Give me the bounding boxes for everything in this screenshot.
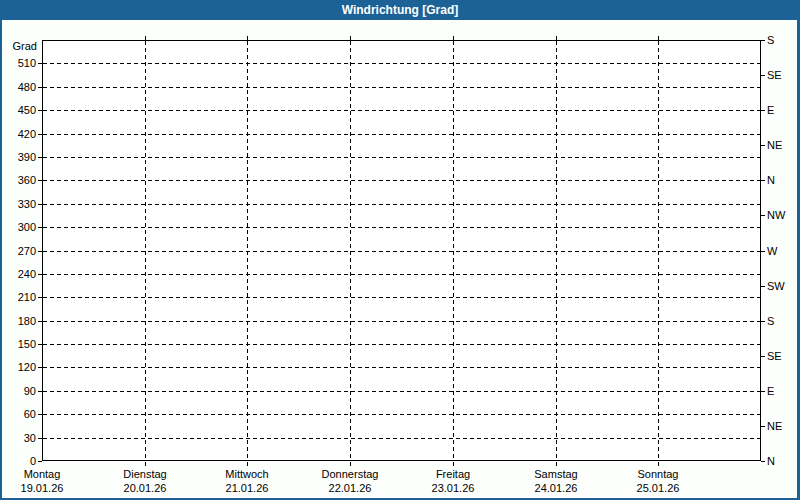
day-name-label: Montag: [0, 468, 90, 480]
axis-tick-top: [556, 36, 557, 40]
y-tick-label: 180: [4, 315, 36, 327]
day-date-label: 20.01.26: [97, 482, 193, 494]
y-gridline: [43, 367, 760, 368]
compass-label: N: [767, 174, 775, 186]
day-date-label: 24.01.26: [508, 482, 604, 494]
y-tick-label: 0: [4, 455, 36, 467]
compass-label: SE: [767, 69, 782, 81]
compass-label: S: [767, 315, 774, 327]
day-date-label: 21.01.26: [199, 482, 295, 494]
y-tick-label: 450: [4, 104, 36, 116]
compass-tick: [761, 251, 765, 252]
y-tick-label: 210: [4, 291, 36, 303]
y-axis-tick: [38, 180, 42, 181]
x-gridline: [350, 41, 351, 460]
y-tick-label: 330: [4, 198, 36, 210]
compass-label: NW: [767, 209, 785, 221]
day-date-label: 19.01.26: [0, 482, 90, 494]
y-gridline: [43, 274, 760, 275]
y-tick-label: 390: [4, 151, 36, 163]
compass-tick: [761, 391, 765, 392]
compass-label: E: [767, 385, 774, 397]
y-gridline: [43, 438, 760, 439]
compass-label: E: [767, 104, 774, 116]
y-gridline: [43, 227, 760, 228]
y-tick-label: 150: [4, 338, 36, 350]
y-axis-tick: [38, 274, 42, 275]
compass-tick: [761, 110, 765, 111]
y-axis-tick: [38, 251, 42, 252]
y-gridline: [43, 344, 760, 345]
y-gridline: [43, 157, 760, 158]
compass-label: NE: [767, 420, 782, 432]
compass-tick: [761, 461, 765, 462]
compass-tick: [761, 145, 765, 146]
y-gridline: [43, 180, 760, 181]
compass-label: N: [767, 455, 775, 467]
y-tick-label: 60: [4, 408, 36, 420]
y-axis-tick: [38, 367, 42, 368]
axis-tick-bottom: [556, 462, 557, 466]
window-border-left: [0, 0, 2, 500]
x-gridline: [453, 41, 454, 460]
y-axis-tick: [38, 204, 42, 205]
compass-tick: [761, 286, 765, 287]
compass-tick: [761, 426, 765, 427]
axis-tick-bottom: [453, 462, 454, 466]
y-axis-tick: [38, 110, 42, 111]
y-tick-label: 360: [4, 174, 36, 186]
y-gridline: [43, 63, 760, 64]
title-bar: Windrichtung [Grad]: [0, 0, 800, 20]
y-gridline: [43, 391, 760, 392]
y-axis-tick: [38, 63, 42, 64]
y-gridline: [43, 134, 760, 135]
axis-tick-top: [145, 36, 146, 40]
axis-tick-bottom: [145, 462, 146, 466]
y-axis-tick: [38, 321, 42, 322]
day-date-label: 23.01.26: [405, 482, 501, 494]
y-gridline: [43, 110, 760, 111]
y-gridline: [43, 414, 760, 415]
day-name-label: Donnerstag: [302, 468, 398, 480]
x-gridline: [145, 41, 146, 460]
y-axis-tick: [38, 297, 42, 298]
compass-label: SW: [767, 280, 785, 292]
day-date-label: 25.01.26: [610, 482, 706, 494]
compass-label: S: [767, 34, 774, 46]
day-date-label: 22.01.26: [302, 482, 398, 494]
compass-tick: [761, 75, 765, 76]
y-gridline: [43, 321, 760, 322]
y-tick-label: 240: [4, 268, 36, 280]
y-tick-label: 510: [4, 57, 36, 69]
compass-label: NE: [767, 139, 782, 151]
compass-tick: [761, 356, 765, 357]
y-axis-tick: [38, 227, 42, 228]
axis-tick-top: [453, 36, 454, 40]
compass-label: W: [767, 245, 777, 257]
y-axis-tick: [38, 414, 42, 415]
axis-tick-bottom: [658, 462, 659, 466]
day-name-label: Samstag: [508, 468, 604, 480]
y-tick-label: 120: [4, 361, 36, 373]
axis-tick-bottom: [350, 462, 351, 466]
axis-tick-bottom: [247, 462, 248, 466]
day-name-label: Dienstag: [97, 468, 193, 480]
y-gridline: [43, 297, 760, 298]
y-tick-label: 480: [4, 81, 36, 93]
y-tick-label: 30: [4, 432, 36, 444]
axis-tick-top: [658, 36, 659, 40]
wind-direction-chart-window: Windrichtung [Grad] Grad 030609012015018…: [0, 0, 800, 500]
y-gridline: [43, 87, 760, 88]
y-axis-tick: [38, 438, 42, 439]
x-gridline: [556, 41, 557, 460]
y-axis-tick: [38, 391, 42, 392]
y-tick-label: 270: [4, 245, 36, 257]
day-name-label: Sonntag: [610, 468, 706, 480]
y-tick-label: 300: [4, 221, 36, 233]
y-axis-tick: [38, 157, 42, 158]
axis-tick-top: [350, 36, 351, 40]
axis-tick-top: [247, 36, 248, 40]
x-gridline: [247, 41, 248, 460]
y-axis-unit-label: Grad: [5, 40, 37, 52]
compass-tick: [761, 180, 765, 181]
